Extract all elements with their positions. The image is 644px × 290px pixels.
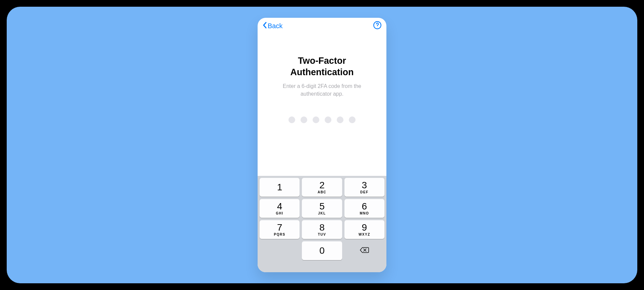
code-input-dots[interactable] — [288, 116, 356, 123]
key-digit: 8 — [319, 223, 325, 232]
page-title: Two-Factor Authentication — [272, 55, 372, 78]
key-letters: TUV — [318, 233, 326, 236]
code-dot — [301, 116, 307, 123]
key-digit: 4 — [277, 202, 282, 211]
chevron-left-icon — [262, 22, 267, 30]
keypad-key-3[interactable]: 3 DEF — [344, 178, 384, 197]
key-digit: 2 — [319, 181, 325, 190]
key-letters: PQRS — [274, 233, 285, 236]
numeric-keypad: 1 2 ABC 3 DEF 4 GHI 5 J — [258, 176, 386, 272]
keypad-key-5[interactable]: 5 JKL — [302, 199, 342, 218]
svg-point-1 — [377, 27, 377, 27]
help-icon — [373, 21, 382, 31]
keypad-key-2[interactable]: 2 ABC — [302, 178, 342, 197]
stage-background: Back Two-Factor Authentication Enter a 6… — [7, 7, 637, 283]
key-letters: GHI — [276, 211, 283, 215]
keypad-key-7[interactable]: 7 PQRS — [260, 220, 300, 239]
key-digit: 1 — [277, 183, 282, 192]
keypad-key-1[interactable]: 1 — [260, 178, 300, 197]
keypad-delete-button[interactable] — [344, 241, 384, 260]
code-dot — [313, 116, 319, 123]
help-button[interactable] — [373, 21, 382, 30]
key-digit: 3 — [362, 181, 367, 190]
key-letters: ABC — [318, 190, 326, 194]
key-digit: 0 — [319, 246, 325, 255]
back-label: Back — [268, 22, 282, 30]
phone-frame: Back Two-Factor Authentication Enter a 6… — [258, 18, 386, 272]
backspace-icon — [360, 247, 369, 255]
key-digit: 6 — [362, 202, 367, 211]
page-subtitle: Enter a 6-digit 2FA code from the authen… — [275, 82, 369, 98]
back-button[interactable]: Back — [262, 22, 282, 30]
main-content: Two-Factor Authentication Enter a 6-digi… — [258, 34, 386, 176]
keypad-spacer — [260, 241, 300, 260]
key-letters: JKL — [318, 211, 326, 215]
code-dot — [288, 116, 295, 123]
key-digit: 5 — [319, 202, 325, 211]
code-dot — [337, 116, 343, 123]
key-letters: DEF — [360, 190, 369, 194]
keypad-key-0[interactable]: 0 — [302, 241, 342, 260]
code-dot — [349, 116, 356, 123]
keypad-key-8[interactable]: 8 TUV — [302, 220, 342, 239]
key-letters: MNO — [360, 211, 369, 215]
keypad-key-6[interactable]: 6 MNO — [344, 199, 384, 218]
nav-bar: Back — [258, 18, 386, 34]
key-digit: 7 — [277, 223, 282, 232]
key-digit: 9 — [362, 223, 367, 232]
keypad-key-9[interactable]: 9 WXYZ — [344, 220, 384, 239]
key-letters: WXYZ — [359, 233, 370, 236]
keypad-key-4[interactable]: 4 GHI — [260, 199, 300, 218]
code-dot — [325, 116, 331, 123]
